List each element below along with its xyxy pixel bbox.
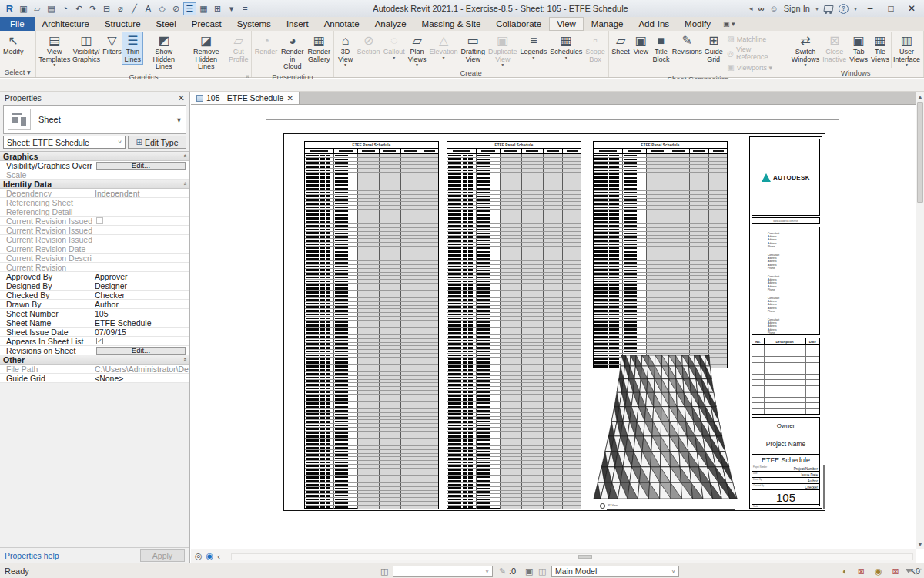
tab-architecture[interactable]: Architecture xyxy=(35,17,97,31)
close-button[interactable]: ✕ xyxy=(904,3,919,14)
print-icon[interactable]: ⊟ xyxy=(100,2,113,15)
combobox-arrow-icon[interactable]: ˅ xyxy=(118,139,122,146)
checkbox[interactable]: ✓ xyxy=(96,338,103,344)
scroll-up-icon[interactable]: ▲ xyxy=(916,92,924,101)
collapse-chevron-icon[interactable]: « xyxy=(181,182,188,185)
thin-lines-icon[interactable]: ☰ xyxy=(183,2,196,15)
tab-view[interactable]: View xyxy=(549,17,584,31)
help-icon[interactable]: ? xyxy=(839,4,849,14)
vertical-scrollbar[interactable]: ▲ ▼ xyxy=(916,92,924,549)
schedule-viewport[interactable]: ETFE Panel Schedule xyxy=(447,141,581,509)
tile-views-button[interactable]: ▦Tile Views xyxy=(869,32,891,64)
qat-customize-icon[interactable]: = xyxy=(239,2,252,15)
legends-button[interactable]: ≡Legends▾ xyxy=(519,32,549,61)
worksharing-display-icon[interactable]: ◐ xyxy=(842,566,848,576)
reveal-hidden-icon[interactable]: ◉ xyxy=(206,551,214,561)
property-section-graphics[interactable]: Graphics« xyxy=(0,152,189,161)
tab-structure[interactable]: Structure xyxy=(97,17,149,31)
resize-grip[interactable]: ⋰ xyxy=(915,563,922,578)
view-button[interactable]: ▣View xyxy=(631,32,651,57)
sign-in-link[interactable]: Sign In xyxy=(784,4,810,13)
schedule-viewport[interactable]: ETFE Panel Schedule xyxy=(593,141,728,368)
qat-dropdown-icon[interactable]: ▾ xyxy=(225,2,238,15)
property-value[interactable]: Designer xyxy=(92,281,189,290)
drafting-view-button[interactable]: ▭Drafting View xyxy=(460,32,487,64)
tab-systems[interactable]: Systems xyxy=(229,17,279,31)
scroll-down-icon[interactable]: ▼ xyxy=(916,539,924,549)
tab-file[interactable]: File xyxy=(0,17,35,31)
tab-analyze[interactable]: Analyze xyxy=(367,17,414,31)
modify-cursor-button[interactable]: ↖Modify xyxy=(2,32,25,57)
minimize-button[interactable]: – xyxy=(862,3,878,14)
property-section-identity-data[interactable]: Identity Data« xyxy=(0,180,189,189)
properties-help-link[interactable]: Properties help xyxy=(5,551,59,560)
schedules-button[interactable]: ▦Schedules▾ xyxy=(548,32,584,61)
store-cart-icon[interactable] xyxy=(823,5,833,12)
thin-lines-button[interactable]: ☰Thin Lines xyxy=(122,32,142,64)
revisions-button[interactable]: ✎Revisions xyxy=(671,32,703,57)
property-value[interactable]: 07/09/15 xyxy=(92,328,189,336)
sync-icon[interactable]: ◔ xyxy=(59,2,72,15)
vertical-scroll-thumb[interactable] xyxy=(917,102,923,203)
text-icon[interactable]: A xyxy=(142,2,155,15)
maximize-button[interactable]: □ xyxy=(883,3,899,14)
3d-view-viewport[interactable] xyxy=(591,351,739,505)
tab-add-ins[interactable]: Add-Ins xyxy=(631,17,677,31)
sheet-button[interactable]: ▱Sheet xyxy=(611,32,631,57)
filters-button[interactable]: ▽Filters xyxy=(102,32,123,57)
3d-view-icon[interactable]: ◇ xyxy=(156,2,169,15)
tab-manage[interactable]: Manage xyxy=(584,17,631,31)
type-combobox[interactable]: Sheet: ETFE Schedule ˅ xyxy=(3,136,126,149)
property-value[interactable]: Edit... xyxy=(92,161,189,170)
aligned-dimension-icon[interactable]: ╱ xyxy=(128,2,141,15)
measure-icon[interactable]: ⌀ xyxy=(114,2,127,15)
properties-close-icon[interactable]: ✕ xyxy=(178,93,185,103)
type-selector-dropdown-icon[interactable]: ▾ xyxy=(177,115,186,124)
visibility-graphics-button[interactable]: ◫Visibility/ Graphics xyxy=(72,32,102,64)
render-cloud-button[interactable]: ◕Render in Cloud xyxy=(279,32,306,72)
view-3d-button[interactable]: ⌂3D View▾ xyxy=(336,32,356,68)
collapse-chevron-icon[interactable]: « xyxy=(181,154,188,157)
search-icon[interactable]: ∞ xyxy=(758,4,765,13)
title-block[interactable]: AUTODESK www.autodesk.com/revit Consulta… xyxy=(749,136,822,509)
borrowed-elements-icon[interactable]: ◉ xyxy=(875,566,882,576)
show-hidden-button[interactable]: ◩Show Hidden Lines xyxy=(142,32,185,72)
view-templates-button[interactable]: ▤View Templates▾ xyxy=(38,32,72,68)
property-value[interactable]: Approver xyxy=(92,272,189,281)
collapse-left-icon[interactable]: ‹ xyxy=(217,552,220,561)
collapse-chevron-icon[interactable]: « xyxy=(181,358,188,361)
plan-views-button[interactable]: ▱Plan Views▾ xyxy=(407,32,428,68)
worksets-icon[interactable]: ◫ xyxy=(380,563,388,578)
revit-logo[interactable]: R xyxy=(3,2,16,15)
redo-icon[interactable]: ↷ xyxy=(86,2,99,15)
help-dropdown-icon[interactable]: ▾ xyxy=(854,5,857,12)
view-tab-active[interactable]: 105 - ETFE Schedule ✕ xyxy=(191,92,300,104)
property-value[interactable]: <None> xyxy=(92,374,189,382)
property-value[interactable]: Author xyxy=(92,300,189,308)
link-icon[interactable]: ◫ xyxy=(538,563,546,578)
title-block-button[interactable]: ■Title Block xyxy=(651,32,671,64)
tab-annotate[interactable]: Annotate xyxy=(316,17,367,31)
remove-hidden-button[interactable]: ◪Remove Hidden Lines xyxy=(185,32,227,72)
close-hidden-icon[interactable]: ▦ xyxy=(197,2,210,15)
view-tab-close-icon[interactable]: ✕ xyxy=(286,94,293,102)
steering-wheel-icon[interactable]: ◎ xyxy=(195,551,203,561)
save-icon[interactable]: ▤ xyxy=(45,2,58,15)
open-icon[interactable]: ▱ xyxy=(31,2,44,15)
edit-button[interactable]: Edit... xyxy=(96,347,186,355)
schedule-viewport[interactable]: ETFE Panel Schedule xyxy=(304,141,439,509)
property-section-other[interactable]: Other« xyxy=(0,355,189,365)
render-gallery-button[interactable]: ▦Render Gallery xyxy=(306,32,332,64)
tab-collaborate[interactable]: Collaborate xyxy=(488,17,549,31)
guide-grid-button[interactable]: ⊞Guide Grid xyxy=(703,32,724,64)
tab-views-button[interactable]: ▣Tab Views xyxy=(848,32,869,64)
property-value[interactable]: Edit... xyxy=(92,346,189,355)
sheet-canvas[interactable]: ETFE Panel ScheduleETFE Panel ScheduleET… xyxy=(191,105,916,549)
property-value[interactable]: ✓ xyxy=(92,337,189,345)
tab-massing-site[interactable]: Massing & Site xyxy=(414,17,489,31)
property-value[interactable]: 105 xyxy=(92,309,189,318)
tab-modify[interactable]: Modify xyxy=(677,17,718,31)
edit-type-button[interactable]: ⊞ Edit Type xyxy=(128,136,186,149)
type-selector[interactable]: Sheet ▾ xyxy=(3,105,186,134)
design-option-combobox[interactable]: Main Model˅ xyxy=(551,563,679,578)
